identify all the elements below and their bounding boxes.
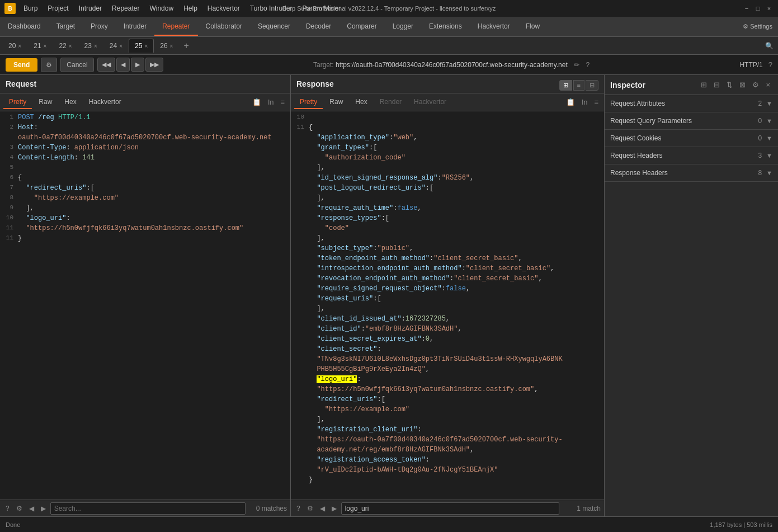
req-tab-24[interactable]: 24 × bbox=[103, 39, 129, 53]
request-search-next[interactable]: ▶ bbox=[39, 503, 48, 514]
inspector-section-header-response-headers[interactable]: Response Headers 8 ▼ bbox=[605, 164, 778, 181]
response-search-prev[interactable]: ◀ bbox=[318, 503, 327, 514]
response-search-next[interactable]: ▶ bbox=[329, 503, 339, 514]
request-wrap-icon[interactable]: ≡ bbox=[278, 97, 287, 107]
response-tab-pretty[interactable]: Pretty bbox=[294, 96, 323, 109]
response-ln-icon[interactable]: ln bbox=[579, 97, 590, 107]
req-tab-21[interactable]: 21 × bbox=[27, 39, 53, 53]
code-line: ], bbox=[291, 194, 604, 204]
nav-prev[interactable]: ◀ bbox=[116, 58, 130, 72]
tab-repeater[interactable]: Repeater bbox=[154, 18, 197, 36]
inspector-split[interactable]: ⊠ bbox=[737, 79, 748, 90]
section-title-query-params: Request Query Parameters bbox=[610, 117, 758, 125]
http-help-icon[interactable]: ? bbox=[768, 60, 772, 69]
target-url: Target: https://oauth-0a7f00d40340a246c0… bbox=[167, 61, 737, 69]
inspector-section-header-request-attributes[interactable]: Request Attributes 2 ▼ bbox=[605, 95, 778, 112]
inspector-align[interactable]: ⇅ bbox=[724, 79, 735, 90]
req-tab-23[interactable]: 23 × bbox=[78, 39, 103, 53]
titlebar: B Burp Project Intruder Repeater Window … bbox=[0, 0, 778, 17]
close-tab-25[interactable]: × bbox=[144, 43, 148, 49]
close-tab-22[interactable]: × bbox=[69, 43, 72, 49]
response-match-count: 1 match bbox=[562, 505, 601, 512]
nav-next[interactable]: ▶ bbox=[131, 58, 144, 72]
send-button[interactable]: Send bbox=[6, 58, 37, 72]
cancel-button[interactable]: Cancel bbox=[60, 58, 93, 72]
code-line: "introspection_endpoint_auth_method":"cl… bbox=[291, 265, 604, 275]
response-tab-render[interactable]: Render bbox=[374, 96, 407, 109]
response-wrap-icon[interactable]: ≡ bbox=[592, 97, 601, 107]
tab-decoder[interactable]: Decoder bbox=[298, 18, 339, 36]
menu-window[interactable]: Window bbox=[145, 2, 178, 15]
menu-intruder[interactable]: Intruder bbox=[74, 2, 106, 15]
menu-burp[interactable]: Burp bbox=[19, 2, 42, 15]
request-tab-hackvertor[interactable]: Hackvertor bbox=[83, 96, 127, 109]
tab-target[interactable]: Target bbox=[49, 18, 83, 36]
req-tab-25[interactable]: 25 × bbox=[129, 39, 154, 53]
minimize-button[interactable]: − bbox=[742, 4, 751, 13]
target-help-icon[interactable]: ? bbox=[586, 61, 590, 69]
edit-target-icon[interactable]: ✏ bbox=[574, 61, 579, 69]
view-icon-vertical[interactable]: ≡ bbox=[573, 80, 584, 91]
response-tab-hex[interactable]: Hex bbox=[350, 96, 373, 109]
req-tab-22[interactable]: 22 × bbox=[53, 39, 78, 53]
close-tab-26[interactable]: × bbox=[170, 43, 173, 49]
request-copy-icon[interactable]: 📋 bbox=[250, 97, 263, 107]
add-tab-button[interactable]: + bbox=[179, 38, 193, 54]
request-search-prev[interactable]: ◀ bbox=[27, 503, 36, 514]
close-tab-20[interactable]: × bbox=[18, 43, 21, 49]
tab-sequencer[interactable]: Sequencer bbox=[250, 18, 298, 36]
request-settings-button[interactable]: ⚙ bbox=[41, 58, 57, 72]
req-tab-20[interactable]: 20 × bbox=[2, 39, 27, 53]
request-code-area[interactable]: 1 POST /reg HTTP/1.1 2 Host: oauth-0a7f0… bbox=[0, 111, 290, 500]
tab-dashboard[interactable]: Dashboard bbox=[0, 18, 49, 36]
view-icon-horizontal[interactable]: ⊟ bbox=[586, 80, 598, 91]
request-search-help[interactable]: ? bbox=[3, 503, 12, 514]
req-tab-26[interactable]: 26 × bbox=[154, 39, 179, 53]
nav-prev-prev[interactable]: ◀◀ bbox=[97, 58, 115, 72]
response-code-area[interactable]: 10 11 { "application_type":"web", "grant… bbox=[291, 111, 604, 500]
request-tab-pretty[interactable]: Pretty bbox=[3, 96, 32, 109]
tab-logger[interactable]: Logger bbox=[385, 18, 421, 36]
tab-intruder[interactable]: Intruder bbox=[116, 18, 154, 36]
inspector-settings-gear[interactable]: ⚙ bbox=[750, 79, 761, 90]
request-sub-tabs: Pretty Raw Hex Hackvertor 📋 ln ≡ bbox=[0, 93, 290, 111]
code-line: 11 { bbox=[291, 124, 604, 134]
response-copy-icon[interactable]: 📋 bbox=[564, 97, 577, 107]
request-search-settings[interactable]: ⚙ bbox=[14, 503, 25, 514]
menu-help[interactable]: Help bbox=[179, 2, 202, 15]
request-ln-icon[interactable]: ln bbox=[266, 97, 276, 107]
tab-comparer[interactable]: Comparer bbox=[339, 18, 384, 36]
close-tab-24[interactable]: × bbox=[119, 43, 122, 49]
inspector-view-toggle2[interactable]: ⊟ bbox=[711, 79, 722, 90]
response-tab-hackvertor[interactable]: Hackvertor bbox=[408, 96, 452, 109]
view-icon-split[interactable]: ⊞ bbox=[559, 80, 572, 91]
tab-collaborator[interactable]: Collaborator bbox=[198, 18, 250, 36]
response-tab-raw[interactable]: Raw bbox=[324, 96, 348, 109]
response-search-input[interactable] bbox=[341, 502, 559, 515]
menu-project[interactable]: Project bbox=[43, 2, 73, 15]
close-tab-21[interactable]: × bbox=[44, 43, 47, 49]
code-line: "id_token_signed_response_alg":"RS256", bbox=[291, 174, 604, 184]
request-search-input[interactable] bbox=[50, 502, 246, 515]
search-tabs-icon[interactable]: 🔍 bbox=[761, 39, 778, 53]
menu-hackvertor[interactable]: Hackvertor bbox=[203, 2, 244, 15]
tab-flow[interactable]: Flow bbox=[518, 18, 548, 36]
close-button[interactable]: × bbox=[765, 4, 774, 13]
tab-proxy[interactable]: Proxy bbox=[83, 18, 116, 36]
inspector-close[interactable]: × bbox=[763, 79, 772, 90]
nav-next-next[interactable]: ▶▶ bbox=[145, 58, 163, 72]
tab-extensions[interactable]: Extensions bbox=[421, 18, 470, 36]
inspector-view-toggle1[interactable]: ⊞ bbox=[699, 79, 709, 90]
inspector-section-header-query-params[interactable]: Request Query Parameters 0 ▼ bbox=[605, 112, 778, 129]
maximize-button[interactable]: □ bbox=[753, 4, 762, 13]
settings-button[interactable]: ⚙ Settings bbox=[737, 20, 778, 34]
response-search-settings[interactable]: ⚙ bbox=[305, 503, 315, 514]
menu-repeater[interactable]: Repeater bbox=[107, 2, 144, 15]
request-tab-raw[interactable]: Raw bbox=[33, 96, 58, 109]
tab-hackvertor[interactable]: Hackvertor bbox=[470, 18, 518, 36]
inspector-section-header-cookies[interactable]: Request Cookies 0 ▼ bbox=[605, 130, 778, 147]
request-tab-hex[interactable]: Hex bbox=[59, 96, 82, 109]
inspector-section-header-request-headers[interactable]: Request Headers 3 ▼ bbox=[605, 147, 778, 164]
response-search-help[interactable]: ? bbox=[294, 503, 303, 514]
close-tab-23[interactable]: × bbox=[94, 43, 97, 49]
